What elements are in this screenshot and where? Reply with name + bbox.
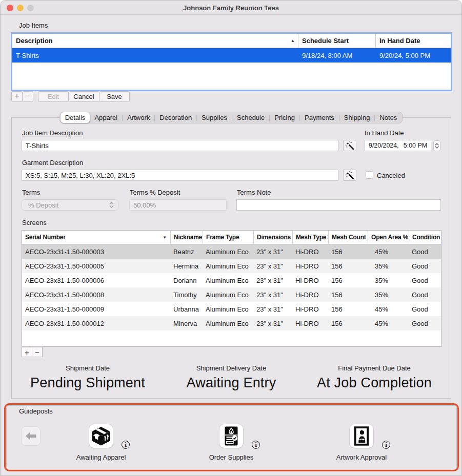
tab-details[interactable]: Details xyxy=(61,112,90,123)
awaiting-apparel-button[interactable] xyxy=(89,424,113,448)
shipment-date-label: Shipment Date xyxy=(66,364,110,372)
job-col-schedule-start[interactable]: Schedule Start xyxy=(298,34,375,48)
add-screen-button[interactable]: + xyxy=(22,347,32,357)
in-hand-date-label: In Hand Date xyxy=(365,129,404,137)
artwork-icon xyxy=(351,426,372,446)
terms-deposit-label: Terms % Deposit xyxy=(130,189,180,196)
screens-row[interactable]: AECO-23x31-1.50-000008TimothyAluminum Ec… xyxy=(22,287,441,302)
magic-wand-icon xyxy=(345,141,355,151)
screens-col-mesh-count[interactable]: Mesh Count xyxy=(328,231,368,244)
screens-col-dimensions[interactable]: Dimensions xyxy=(253,231,292,244)
tab-apparel[interactable]: Apparel xyxy=(90,112,122,123)
screens-col-serial[interactable]: Serial Number▼ xyxy=(22,231,170,244)
tab-payments[interactable]: Payments xyxy=(300,112,339,123)
tab-artwork[interactable]: Artwork xyxy=(123,112,154,123)
screens-col-condition[interactable]: Condition xyxy=(409,231,441,244)
sort-ascending-icon: ▲ xyxy=(291,38,295,43)
screens-col-serial-label: Serial Number xyxy=(25,234,66,241)
magic-wand-button[interactable] xyxy=(343,140,356,151)
job-item-description-label: Job Item Description xyxy=(22,129,83,137)
job-col-in-hand-date[interactable]: In Hand Date xyxy=(375,34,451,48)
shipment-date-value: Pending Shipment xyxy=(30,375,145,391)
terms-label: Terms xyxy=(22,189,40,196)
remove-job-item-button[interactable]: − xyxy=(22,91,33,102)
screens-col-frame-type[interactable]: Frame Type xyxy=(203,231,253,244)
tab-pricing[interactable]: Pricing xyxy=(270,112,299,123)
save-button[interactable]: Save xyxy=(99,91,130,102)
canceled-label: Canceled xyxy=(377,172,405,179)
job-item-description-input[interactable]: T-Shirts xyxy=(22,140,338,151)
guideposts-back-button[interactable] xyxy=(21,426,41,446)
garment-description-label: Garment Description xyxy=(22,159,83,167)
screens-row[interactable]: AECO-23x31-1.50-000012MinervaAluminum Ec… xyxy=(22,316,441,330)
screens-label: Screens xyxy=(22,219,47,226)
screens-table[interactable]: Serial Number▼ Nickname Frame Type Dimen… xyxy=(22,230,441,347)
stepper-down-icon xyxy=(435,146,439,149)
window-title: Johnson Family Reunion Tees xyxy=(1,1,461,15)
tab-shipping[interactable]: Shipping xyxy=(339,112,375,123)
cancel-button[interactable]: Cancel xyxy=(68,91,99,102)
job-items-row-selected[interactable]: T-Shirts 9/18/24, 8:00 AM 9/20/24, 5:00 … xyxy=(12,48,451,63)
magic-wand-button-2[interactable] xyxy=(343,170,356,181)
shipment-delivery-date-label: Shipment Delivery Date xyxy=(196,364,267,372)
remove-screen-button[interactable]: − xyxy=(32,347,43,357)
artwork-approval-info-icon[interactable]: i xyxy=(382,441,390,449)
tab-notes[interactable]: Notes xyxy=(375,112,401,123)
add-job-item-button[interactable]: + xyxy=(11,91,23,102)
tab-bar: Details Apparel Artwork Decoration Suppl… xyxy=(59,112,403,123)
tab-supplies[interactable]: Supplies xyxy=(197,112,232,123)
tab-decoration[interactable]: Decoration xyxy=(155,112,196,123)
job-items-header[interactable]: Description▲ Schedule Start In Hand Date xyxy=(12,34,451,48)
screens-col-mesh-type[interactable]: Mesh Type xyxy=(292,231,328,244)
job-col-description[interactable]: Description▲ xyxy=(12,34,298,48)
window: Johnson Family Reunion Tees Job Items De… xyxy=(0,0,462,476)
screens-header[interactable]: Serial Number▼ Nickname Frame Type Dimen… xyxy=(22,231,441,244)
title-bar: Johnson Family Reunion Tees xyxy=(1,1,461,15)
tab-schedule[interactable]: Schedule xyxy=(232,112,269,123)
stepper-up-icon xyxy=(435,143,439,146)
screens-col-nickname[interactable]: Nickname xyxy=(170,231,203,244)
package-icon xyxy=(91,426,111,446)
date-stepper[interactable] xyxy=(433,140,440,151)
shipment-delivery-date-value: Awaiting Entry xyxy=(187,375,276,391)
order-supplies-label: Order Supplies xyxy=(209,453,254,461)
awaiting-apparel-info-icon[interactable]: i xyxy=(122,441,130,449)
sort-descending-icon: ▼ xyxy=(163,235,167,240)
screens-row[interactable]: AECO-23x31-1.50-000006DoriannAluminum Ec… xyxy=(22,273,441,287)
order-supplies-info-icon[interactable]: i xyxy=(252,441,260,449)
screens-col-open-area[interactable]: Open Area % xyxy=(368,231,409,244)
terms-deposit-input: 50.00% xyxy=(129,199,227,211)
screens-row[interactable]: AECO-23x31-1.50-000009UrbannaAluminum Ec… xyxy=(22,302,441,316)
order-supplies-button[interactable] xyxy=(219,424,243,448)
screens-row[interactable]: AECO-23x31-1.50-000005HerminaAluminum Ec… xyxy=(22,259,441,273)
final-payment-due-date-value: At Job Completion xyxy=(317,375,432,391)
screens-row[interactable]: AECO-23x31-1.50-000003BeatrizAluminum Ec… xyxy=(22,244,441,259)
terms-dropdown: % Deposit xyxy=(22,199,118,211)
garment-description-input[interactable]: XS:5, S:15, M:25, L:30, XL:20, 2XL:5 xyxy=(22,170,338,181)
in-hand-date-input[interactable]: 9/20/2024, 5:00 PM xyxy=(365,140,431,151)
awaiting-apparel-label: Awaiting Apparel xyxy=(76,453,126,461)
terms-note-label: Terms Note xyxy=(237,189,271,196)
guideposts-label: Guideposts xyxy=(19,407,53,415)
edit-button: Edit xyxy=(38,91,69,102)
artwork-approval-button[interactable] xyxy=(350,424,373,448)
supplies-icon xyxy=(221,426,242,446)
magic-wand-icon xyxy=(345,171,355,180)
dropdown-chevrons-icon xyxy=(109,201,114,209)
job-items-label: Job Items xyxy=(19,22,48,29)
artwork-approval-label: Artwork Approval xyxy=(336,453,387,461)
job-items-table[interactable]: Description▲ Schedule Start In Hand Date… xyxy=(11,32,452,91)
canceled-checkbox[interactable] xyxy=(366,171,373,179)
terms-note-input[interactable] xyxy=(236,199,441,211)
final-payment-due-date-label: Final Payment Due Date xyxy=(338,364,411,372)
back-arrow-icon xyxy=(24,431,37,441)
